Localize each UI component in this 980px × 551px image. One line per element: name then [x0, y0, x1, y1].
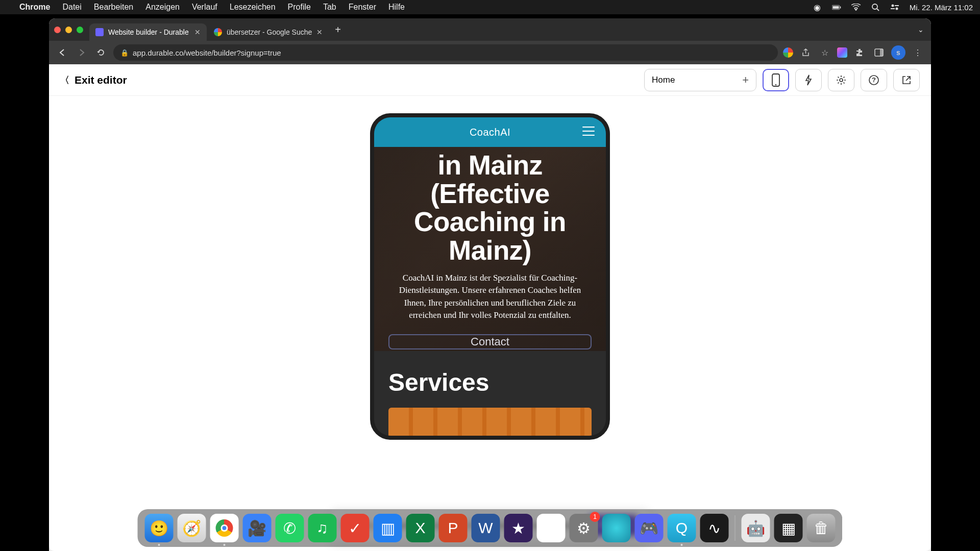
- svg-point-3: [855, 9, 856, 11]
- svg-point-13: [775, 84, 776, 85]
- favicon-durable: [95, 28, 104, 36]
- spotlight-icon[interactable]: [871, 3, 880, 12]
- google-account-icon[interactable]: [783, 47, 793, 58]
- dock-todoist-icon[interactable]: ✓: [341, 514, 370, 542]
- hamburger-menu-icon[interactable]: [582, 127, 595, 136]
- dock-excel-icon[interactable]: X: [406, 514, 435, 542]
- help-button[interactable]: ?: [861, 69, 887, 91]
- add-page-icon[interactable]: +: [742, 73, 749, 87]
- ai-lightning-button[interactable]: [795, 69, 822, 91]
- window-controls: [54, 27, 83, 33]
- menu-item-bookmarks[interactable]: Lesezeichen: [230, 3, 276, 12]
- close-window-button[interactable]: [54, 27, 61, 33]
- tab-google-translate[interactable]: übersetzer - Google Suche ✕: [208, 23, 329, 41]
- page-viewport: 〈 Exit editor Home + ?: [49, 64, 931, 551]
- tab-title: übersetzer - Google Suche: [227, 28, 312, 36]
- page-selector[interactable]: Home +: [644, 69, 756, 91]
- menu-item-edit[interactable]: Bearbeiten: [94, 3, 133, 12]
- dock-voicememos-icon[interactable]: ∿: [700, 514, 729, 542]
- new-tab-button[interactable]: +: [335, 24, 341, 36]
- dock-googledrive-icon[interactable]: △: [537, 514, 566, 542]
- dock-discord-icon[interactable]: 🎮: [635, 514, 664, 542]
- menu-item-view[interactable]: Anzeigen: [145, 3, 180, 12]
- dock-chrome-icon[interactable]: [210, 514, 239, 542]
- dock-app-icon[interactable]: 🤖: [742, 514, 770, 542]
- menu-item-history[interactable]: Verlauf: [192, 3, 217, 12]
- contact-button[interactable]: Contact: [388, 334, 592, 349]
- settings-button[interactable]: [828, 69, 854, 91]
- menu-item-tab[interactable]: Tab: [323, 3, 336, 12]
- hero-headline: in Mainz (Effective Coaching in Mainz): [388, 151, 592, 265]
- chrome-menu-icon[interactable]: ⋮: [911, 45, 925, 60]
- favicon-google: [214, 28, 222, 36]
- menu-item-window[interactable]: Fenster: [349, 3, 376, 12]
- tab-durable[interactable]: Website builder - Durable ✕: [89, 23, 207, 41]
- bookmark-star-icon[interactable]: ☆: [818, 45, 832, 60]
- dock-systemsettings-icon[interactable]: ⚙: [570, 514, 598, 542]
- svg-rect-2: [840, 6, 841, 8]
- mobile-preview-button[interactable]: [763, 69, 789, 91]
- browser-window: Website builder - Durable ✕ übersetzer -…: [49, 18, 931, 551]
- dock-separator: [735, 515, 736, 541]
- share-icon[interactable]: [798, 45, 813, 60]
- url-text: app.durable.co/website/builder?signup=tr…: [133, 48, 281, 57]
- macos-menubar: Chrome Datei Bearbeiten Anzeigen Verlauf…: [0, 0, 980, 14]
- editor-canvas: CoachAI in Mainz (Effective Coaching in …: [49, 96, 931, 551]
- dock-imovie-icon[interactable]: ★: [504, 514, 533, 542]
- services-section[interactable]: Services: [374, 351, 606, 440]
- toolbar: 🔒 app.durable.co/website/builder?signup=…: [49, 41, 931, 64]
- dock-finder-icon[interactable]: 🙂: [145, 514, 174, 542]
- mobile-preview-frame: CoachAI in Mainz (Effective Coaching in …: [370, 113, 610, 440]
- svg-rect-11: [880, 49, 883, 56]
- active-app-name[interactable]: Chrome: [19, 3, 50, 12]
- extensions-icon[interactable]: [852, 45, 867, 60]
- site-brand: CoachAI: [470, 127, 510, 138]
- svg-point-14: [840, 79, 843, 82]
- menu-item-help[interactable]: Hilfe: [388, 3, 405, 12]
- services-image-placeholder: [388, 408, 592, 438]
- site-navbar[interactable]: CoachAI: [374, 117, 606, 147]
- menu-item-profiles[interactable]: Profile: [288, 3, 311, 12]
- dock-zoom-icon[interactable]: 🎥: [243, 514, 272, 542]
- menubar-datetime[interactable]: Mi. 22. März 11:02: [910, 3, 973, 12]
- svg-line-5: [877, 9, 879, 11]
- dock-siri-icon[interactable]: [602, 514, 631, 542]
- dock-spotify-icon[interactable]: ♫: [308, 514, 337, 542]
- control-center-icon[interactable]: [890, 3, 899, 12]
- close-tab-icon[interactable]: ✕: [316, 28, 323, 36]
- dock-folder-icon[interactable]: ▦: [774, 514, 803, 542]
- extension-clickup-icon[interactable]: [837, 47, 847, 58]
- exit-editor-button[interactable]: 〈 Exit editor: [60, 74, 127, 86]
- fullscreen-window-button[interactable]: [77, 27, 83, 33]
- svg-text:?: ?: [872, 76, 876, 84]
- dock-powerpoint-icon[interactable]: P: [439, 514, 468, 542]
- back-button[interactable]: [55, 45, 69, 60]
- battery-icon[interactable]: [832, 3, 841, 12]
- address-bar[interactable]: 🔒 app.durable.co/website/builder?signup=…: [113, 44, 778, 61]
- profile-avatar[interactable]: s: [891, 45, 905, 60]
- minimize-window-button[interactable]: [65, 27, 72, 33]
- dock-trello-icon[interactable]: ▥: [374, 514, 402, 542]
- forward-button[interactable]: [75, 45, 89, 60]
- dock-whatsapp-icon[interactable]: ✆: [276, 514, 304, 542]
- open-external-button[interactable]: [893, 69, 920, 91]
- services-title: Services: [388, 368, 592, 396]
- close-tab-icon[interactable]: ✕: [194, 28, 201, 36]
- dock-quicktime-icon[interactable]: Q: [668, 514, 696, 542]
- dock-word-icon[interactable]: W: [472, 514, 500, 542]
- reload-button[interactable]: [94, 45, 108, 60]
- hero-section[interactable]: in Mainz (Effective Coaching in Mainz) C…: [374, 147, 606, 351]
- svg-point-6: [891, 5, 894, 7]
- dock-safari-icon[interactable]: 🧭: [178, 514, 206, 542]
- record-icon[interactable]: ◉: [813, 3, 822, 12]
- wifi-icon[interactable]: [851, 3, 861, 12]
- svg-point-8: [895, 8, 898, 10]
- tab-strip: Website builder - Durable ✕ übersetzer -…: [49, 18, 931, 41]
- menu-item-file[interactable]: Datei: [62, 3, 81, 12]
- svg-point-4: [872, 4, 877, 9]
- sidepanel-icon[interactable]: [872, 45, 886, 60]
- lock-icon: 🔒: [120, 49, 129, 57]
- dock-trash-icon[interactable]: 🗑: [807, 514, 836, 542]
- exit-editor-label: Exit editor: [75, 74, 127, 86]
- tablist-dropdown-icon[interactable]: ⌄: [918, 26, 924, 34]
